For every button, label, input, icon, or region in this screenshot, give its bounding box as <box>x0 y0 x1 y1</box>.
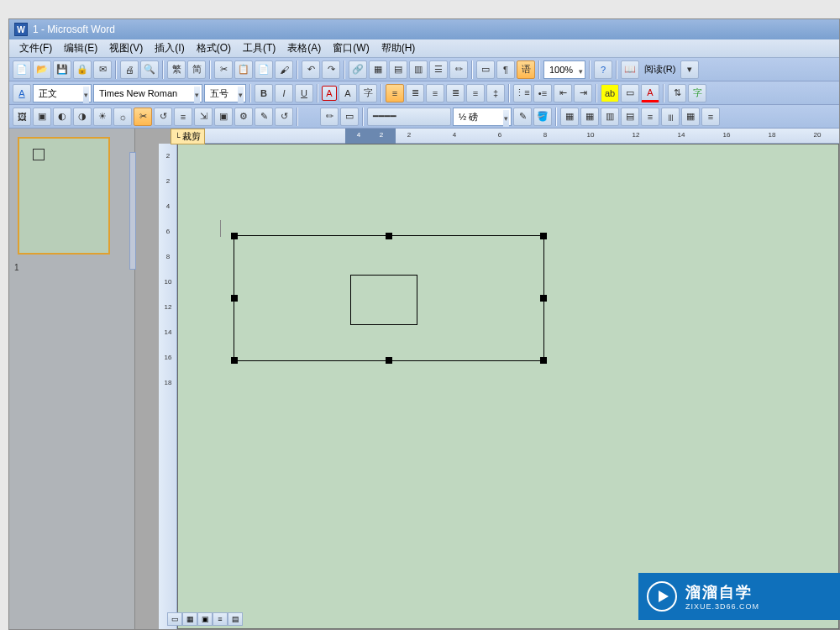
reading-view-button[interactable]: ▤ <box>228 612 243 626</box>
resize-handle-n[interactable] <box>386 233 392 239</box>
menu-format[interactable]: 格式(O) <box>192 39 236 57</box>
table-autoformat-button[interactable]: ≡ <box>701 108 720 126</box>
vertical-ruler[interactable]: 224681012141618 <box>159 144 177 629</box>
outline-view-button[interactable]: ≡ <box>213 612 228 626</box>
distribute-rows-button[interactable]: ≡ <box>641 108 659 126</box>
spelling-button[interactable]: 繁 <box>167 60 186 79</box>
paste-button[interactable]: 📄 <box>255 60 273 79</box>
asian-layout-button[interactable]: ⇅ <box>668 84 686 102</box>
insert-picture-button[interactable]: 🖼 <box>13 108 31 126</box>
format-object-button[interactable]: ⚙ <box>234 108 253 126</box>
horizontal-ruler[interactable]: └ 裁剪 4224681012141618202224262830 <box>177 129 839 144</box>
print-preview-button[interactable]: 🔍 <box>140 60 159 79</box>
align-justify-button[interactable]: ≣ <box>446 84 465 102</box>
underline-button[interactable]: U <box>295 84 313 102</box>
less-contrast-button[interactable]: ◑ <box>73 108 92 126</box>
menu-tools[interactable]: 工具(T) <box>238 39 281 57</box>
phonetic-guide-button[interactable]: 字 <box>688 84 706 102</box>
resize-handle-sw[interactable] <box>231 357 238 364</box>
split-cells-button[interactable]: ▥ <box>601 108 619 126</box>
crop-button[interactable]: ✂ <box>134 108 152 126</box>
permission-button[interactable]: 🔒 <box>73 60 92 79</box>
show-hide-button[interactable]: ¶ <box>496 60 515 79</box>
open-button[interactable]: 📂 <box>33 60 51 79</box>
resize-handle-nw[interactable] <box>231 233 238 239</box>
increase-indent-button[interactable]: ⇥ <box>574 84 592 102</box>
distribute-cols-button[interactable]: ⫼ <box>661 108 680 126</box>
page-thumbnail[interactable] <box>18 137 110 255</box>
normal-view-button[interactable]: ▭ <box>167 612 182 626</box>
autofit-button[interactable]: ▦ <box>681 108 700 126</box>
less-brightness-button[interactable]: ☼ <box>113 108 132 126</box>
tables-borders-button[interactable]: ▦ <box>369 60 387 79</box>
menu-edit[interactable]: 编辑(E) <box>59 39 102 57</box>
font-size-combo[interactable]: 五号 <box>204 84 246 102</box>
resize-handle-e[interactable] <box>540 295 547 302</box>
align-left-button[interactable]: ≡ <box>386 84 404 102</box>
save-button[interactable]: 💾 <box>53 60 71 79</box>
decrease-indent-button[interactable]: ⇤ <box>554 84 572 102</box>
border-color-button[interactable]: ✎ <box>513 108 532 126</box>
reading-label[interactable]: 阅读(R) <box>641 63 679 76</box>
align-cells-button[interactable]: ▤ <box>621 108 639 126</box>
inner-rectangle-shape[interactable] <box>350 275 417 325</box>
web-view-button[interactable]: ▦ <box>182 612 197 626</box>
resize-handle-se[interactable] <box>540 357 547 364</box>
line-style-picker[interactable]: ━━━━ <box>367 108 451 126</box>
more-contrast-button[interactable]: ◐ <box>53 108 71 126</box>
drawing-button[interactable]: ✏ <box>449 60 468 79</box>
cut-button[interactable]: ✂ <box>214 60 233 79</box>
line-style-button[interactable]: ≡ <box>174 108 192 126</box>
columns-button[interactable]: ☰ <box>429 60 448 79</box>
menu-table[interactable]: 表格(A) <box>282 39 326 57</box>
more-brightness-button[interactable]: ☀ <box>93 108 112 126</box>
menu-insert[interactable]: 插入(I) <box>150 39 189 57</box>
highlight-button[interactable]: ab <box>601 84 619 102</box>
char-border-button[interactable]: A <box>322 86 337 101</box>
menu-help[interactable]: 帮助(H) <box>376 39 421 57</box>
menu-view[interactable]: 视图(V) <box>104 39 148 57</box>
shading-color-button[interactable]: 🪣 <box>533 108 552 126</box>
resize-handle-w[interactable] <box>231 295 238 302</box>
styles-pane-button[interactable]: A <box>13 84 31 102</box>
close-toolbar-button[interactable]: ▾ <box>680 60 699 79</box>
line-spacing-button[interactable]: ‡ <box>486 84 505 102</box>
document-page[interactable] <box>177 144 839 629</box>
print-button[interactable]: 🖨 <box>120 60 139 79</box>
font-color-button[interactable]: A <box>641 84 659 102</box>
doc-map-button[interactable]: ▭ <box>476 60 495 79</box>
style-combo[interactable]: 正文 <box>33 84 92 102</box>
resize-handle-ne[interactable] <box>540 233 547 239</box>
zoom-combo[interactable]: 100% <box>543 60 585 79</box>
compress-button[interactable]: ⇲ <box>194 108 213 126</box>
numbering-button[interactable]: ⋮≡ <box>513 84 532 102</box>
distribute-button[interactable]: ≡ <box>466 84 485 102</box>
print-view-button[interactable]: ▣ <box>197 612 213 626</box>
border-button[interactable]: ▭ <box>621 84 639 102</box>
italic-button[interactable]: I <box>275 84 293 102</box>
merge-cells-button[interactable]: ▦ <box>580 108 599 126</box>
new-doc-button[interactable]: 📄 <box>13 60 31 79</box>
bold-button[interactable]: B <box>255 84 273 102</box>
research-button[interactable]: 简 <box>187 60 206 79</box>
undo-button[interactable]: ↶ <box>302 60 320 79</box>
copy-button[interactable]: 📋 <box>234 60 253 79</box>
reading-layout-icon[interactable]: 📖 <box>621 60 639 79</box>
char-scaling-button[interactable]: 字 <box>359 84 377 102</box>
email-button[interactable]: ✉ <box>93 60 112 79</box>
menu-window[interactable]: 窗口(W) <box>328 39 374 57</box>
text-wrap-button[interactable]: ▣ <box>214 108 233 126</box>
transparent-color-button[interactable]: ✎ <box>255 108 273 126</box>
insert-table-button[interactable]: ▤ <box>389 60 407 79</box>
align-right-button[interactable]: ≡ <box>426 84 444 102</box>
ch-char-button[interactable]: 语 <box>517 60 535 79</box>
char-shading-button[interactable]: A <box>339 84 357 102</box>
color-button[interactable]: ▣ <box>33 108 51 126</box>
redo-button[interactable]: ↷ <box>322 60 340 79</box>
insert-table-2-button[interactable]: ▦ <box>560 108 579 126</box>
hyperlink-button[interactable]: 🔗 <box>349 60 367 79</box>
line-weight-combo[interactable]: ½ 磅 <box>453 108 512 126</box>
font-combo[interactable]: Times New Roman <box>93 84 202 102</box>
draw-table-button[interactable]: ✏ <box>320 108 339 126</box>
help-button[interactable]: ? <box>594 60 612 79</box>
